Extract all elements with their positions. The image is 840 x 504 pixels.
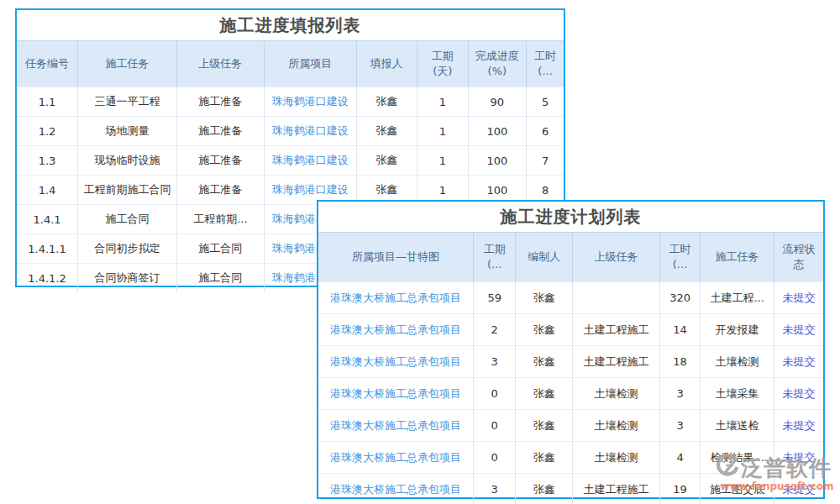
cell-task: 现场临时设施 (78, 146, 177, 176)
status-link[interactable]: 未提交 (782, 419, 815, 432)
cell-status: 未提交 (774, 314, 823, 346)
cell-progress: 90 (468, 87, 527, 117)
cell-task: 土壤采集 (701, 378, 774, 410)
cell-duration: 1 (417, 117, 468, 146)
cell-task-no: 1.1 (17, 87, 78, 117)
cell-compiler: 张鑫 (516, 282, 573, 314)
cell-duration: 0 (474, 378, 516, 410)
cell-task-no: 1.4.1.2 (17, 264, 78, 293)
header-row: 所属项目—甘特图工期 (...编制人上级任务工时 (...施工任务流程状 态 (318, 233, 823, 282)
cell-hours: 6 (527, 117, 564, 146)
cell-parent-task: 工程前期... (176, 205, 264, 234)
cell-project-gantt: 港珠澳大桥施工总承包项目 (318, 282, 474, 314)
cell-project: 珠海鹤港口建设 (264, 87, 356, 117)
cell-parent-task: 施工准备 (176, 176, 264, 205)
project-link[interactable]: 港珠澳大桥施工总承包项目 (330, 451, 461, 464)
watermark: 泛普软件 www.fanpusoft.com (716, 454, 838, 492)
column-header-duration: 工期 (天) (417, 41, 468, 87)
cell-duration: 1 (417, 146, 468, 176)
column-header-status: 流程状 态 (774, 233, 823, 282)
cell-project-gantt: 港珠澳大桥施工总承包项目 (318, 378, 474, 410)
status-link[interactable]: 未提交 (782, 291, 815, 304)
cell-hours: 320 (659, 282, 700, 314)
column-header-reporter: 填报人 (356, 41, 417, 87)
project-link[interactable]: 港珠澳大桥施工总承包项目 (330, 355, 461, 368)
cell-task: 土壤送检 (701, 410, 774, 442)
table-row: 港珠澳大桥施工总承包项目0张鑫土壤检测3土壤采集未提交 (318, 378, 823, 410)
status-link[interactable]: 未提交 (782, 355, 815, 368)
table-row: 1.3现场临时设施施工准备珠海鹤港口建设张鑫11007 (17, 146, 564, 176)
cell-hours: 14 (659, 314, 700, 346)
cell-reporter: 张鑫 (356, 87, 417, 117)
project-link[interactable]: 珠海鹤港口建设 (272, 183, 349, 196)
column-header-project-gantt: 所属项目—甘特图 (318, 233, 474, 282)
cell-reporter: 张鑫 (356, 146, 417, 176)
project-link[interactable]: 港珠澳大桥施工总承包项目 (330, 291, 461, 304)
cell-task: 土壤检测 (701, 346, 774, 378)
cell-duration: 0 (474, 410, 516, 442)
column-header-parent-task: 上级任务 (572, 233, 659, 282)
project-link[interactable]: 港珠澳大桥施工总承包项目 (330, 387, 461, 400)
table-row: 港珠澳大桥施工总承包项目2张鑫土建工程施工14开发报建未提交 (318, 314, 823, 346)
cell-status: 未提交 (774, 346, 823, 378)
project-link[interactable]: 珠海鹤港口建设 (272, 154, 349, 166)
column-header-task-no: 任务编号 (17, 41, 78, 87)
cell-parent-task: 施工准备 (176, 117, 264, 146)
cell-duration: 1 (417, 87, 468, 117)
cell-task: 工程前期施工合同 (78, 176, 177, 205)
cell-status: 未提交 (774, 282, 823, 314)
project-link[interactable]: 港珠澳大桥施工总承包项目 (330, 323, 461, 336)
cell-task: 三通一平工程 (78, 87, 177, 117)
cell-reporter: 张鑫 (356, 117, 417, 146)
status-link[interactable]: 未提交 (782, 323, 815, 336)
cell-duration: 2 (474, 314, 516, 346)
project-link[interactable]: 珠海鹤港口建设 (272, 95, 349, 108)
cell-hours: 7 (527, 146, 564, 176)
cell-hours: 3 (659, 378, 700, 410)
cell-compiler: 张鑫 (516, 410, 573, 442)
project-link[interactable]: 港珠澳大桥施工总承包项目 (330, 419, 461, 432)
cell-compiler: 张鑫 (516, 442, 573, 474)
cell-task-no: 1.4 (17, 176, 78, 205)
cell-project-gantt: 港珠澳大桥施工总承包项目 (318, 410, 474, 442)
cell-duration: 3 (474, 474, 516, 504)
cell-status: 未提交 (774, 410, 823, 442)
cell-parent-task (572, 282, 659, 314)
column-header-hours: 工时 (... (527, 41, 564, 87)
cell-parent-task: 土壤检测 (572, 410, 659, 442)
watermark-brand-text: 泛普软件 (741, 455, 832, 480)
cell-hours: 19 (659, 474, 700, 504)
cell-hours: 18 (659, 346, 700, 378)
cell-task: 施工合同 (78, 205, 177, 234)
column-header-task: 施工任务 (78, 41, 177, 87)
cell-parent-task: 施工准备 (176, 146, 264, 176)
column-header-parent-task: 上级任务 (176, 41, 264, 87)
cell-duration: 59 (474, 282, 516, 314)
cell-task: 场地测量 (78, 117, 177, 146)
table-row: 1.1三通一平工程施工准备珠海鹤港口建设张鑫1905 (17, 87, 564, 117)
column-header-hours: 工时 (... (659, 233, 700, 282)
cell-hours: 5 (527, 87, 564, 117)
cell-parent-task: 土建工程施工 (572, 474, 659, 504)
cell-task-no: 1.4.1.1 (17, 234, 78, 264)
cell-task-no: 1.4.1 (17, 205, 78, 234)
cell-project-gantt: 港珠澳大桥施工总承包项目 (318, 314, 474, 346)
cell-duration: 3 (474, 346, 516, 378)
cell-parent-task: 土建工程施工 (572, 314, 659, 346)
column-header-progress: 完成进度 (%) (468, 41, 527, 87)
progress-report-table-title: 施工进度填报列表 (17, 10, 564, 40)
column-header-task: 施工任务 (701, 233, 774, 282)
cell-task-no: 1.2 (17, 117, 78, 146)
table-row: 1.2场地测量施工准备珠海鹤港口建设张鑫11006 (17, 117, 564, 146)
cell-compiler: 张鑫 (516, 314, 573, 346)
cell-hours: 3 (659, 410, 700, 442)
header-row: 任务编号施工任务上级任务所属项目填报人工期 (天)完成进度 (%)工时 (... (17, 41, 564, 87)
cell-compiler: 张鑫 (516, 474, 573, 504)
project-link[interactable]: 珠海鹤港口建设 (272, 124, 349, 137)
cell-project-gantt: 港珠澳大桥施工总承包项目 (318, 346, 474, 378)
cell-parent-task: 土壤检测 (572, 442, 659, 474)
cell-hours: 4 (659, 442, 700, 474)
project-link[interactable]: 港珠澳大桥施工总承包项目 (330, 483, 461, 496)
status-link[interactable]: 未提交 (782, 387, 815, 400)
cell-project-gantt: 港珠澳大桥施工总承包项目 (318, 442, 474, 474)
